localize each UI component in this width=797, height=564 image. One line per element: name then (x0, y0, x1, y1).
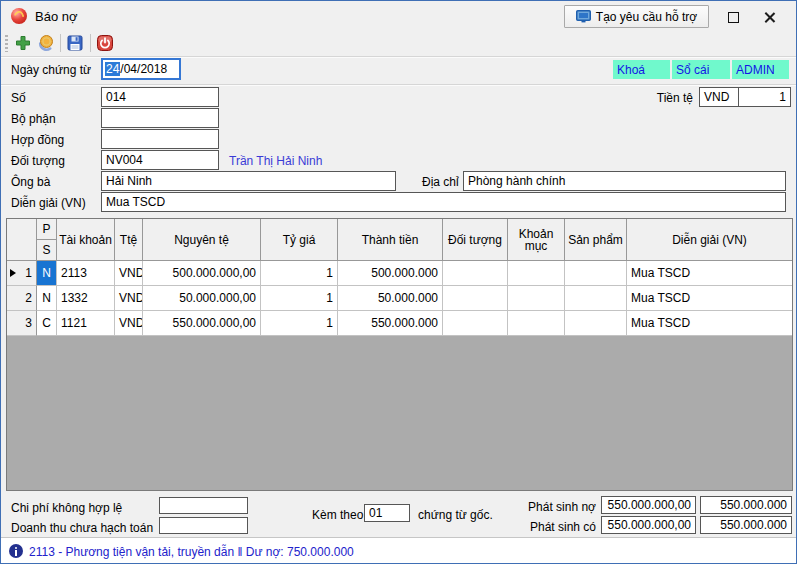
support-button-label: Tạo yêu cầu hỗ trợ (596, 10, 697, 24)
grid-row-2[interactable]: 2 N 1332 VND 50.000.000,00 1 50.000.000 … (7, 286, 792, 311)
object-display-name: Trần Thị Hải Ninh (229, 154, 322, 168)
debit-note-window: Báo nợ Tạo yêu cầu hỗ trợ (0, 0, 797, 564)
description-input[interactable]: Mua TSCD (101, 192, 786, 212)
grid-header-description[interactable]: Diễn giải (VN) (627, 219, 792, 261)
object-code-input[interactable]: NV004 (101, 150, 219, 170)
debit-total-original[interactable]: 550.000.000,00 (601, 496, 696, 514)
number-label: Số (11, 91, 26, 105)
grid-header-selector (7, 219, 37, 261)
cell-exchange-rate[interactable]: 1 (261, 311, 338, 336)
toolbar-grip[interactable] (5, 35, 8, 52)
cell-original-amount[interactable]: 500.000.000,00 (143, 261, 261, 286)
description-label: Diễn giải (VN) (11, 196, 86, 210)
row-selector[interactable]: 1 (7, 261, 37, 286)
cell-currency[interactable]: VND (115, 311, 143, 336)
current-row-arrow-icon (10, 269, 16, 277)
maximize-button[interactable] (717, 6, 749, 28)
cell-account[interactable]: 2113 (57, 261, 115, 286)
toolbar-separator (60, 34, 61, 52)
invalid-expense-input[interactable] (159, 497, 248, 514)
toolbar-separator (90, 34, 91, 52)
department-input[interactable] (101, 108, 219, 128)
grid-row-1[interactable]: 1 N 2113 VND 500.000.000,00 1 500.000.00… (7, 261, 792, 286)
attachment-label: Kèm theo (312, 508, 363, 522)
cell-exchange-rate[interactable]: 1 (261, 286, 338, 311)
window-title: Báo nợ (35, 9, 78, 24)
document-date-input[interactable]: 24/04/2018 (101, 58, 181, 80)
person-label: Ông bà (11, 175, 50, 189)
credit-total-label: Phát sinh có (506, 520, 596, 534)
close-button[interactable] (752, 6, 786, 28)
credit-total-amount[interactable]: 550.000.000 (700, 516, 792, 534)
attachment-count-input[interactable]: 01 (364, 504, 410, 522)
row-selector[interactable]: 2 (7, 286, 37, 311)
status-bar: 2113 - Phương tiện vận tải, truyền dẫn ‖… (1, 537, 797, 564)
row-selector[interactable]: 3 (7, 311, 37, 336)
info-icon (9, 544, 23, 558)
grid-header-currency[interactable]: Ttệ (115, 219, 143, 261)
cell-original-amount[interactable]: 550.000.000,00 (143, 311, 261, 336)
currency-button[interactable] (36, 33, 56, 53)
cell-account[interactable]: 1332 (57, 286, 115, 311)
save-button[interactable] (65, 33, 85, 53)
unrecorded-revenue-input[interactable] (159, 517, 248, 534)
grid-header-exchange-rate[interactable]: Tỷ giá (261, 219, 338, 261)
cell-item[interactable] (508, 311, 565, 336)
status-tag-ledger: Sổ cái (672, 60, 730, 79)
status-tag-user: ADMIN (732, 60, 789, 79)
cell-description[interactable]: Mua TSCD (627, 261, 792, 286)
add-button[interactable] (13, 33, 33, 53)
create-support-request-button[interactable]: Tạo yêu cầu hỗ trợ (564, 5, 709, 28)
grid-header-ps[interactable]: P S (37, 219, 57, 261)
debit-total-label: Phát sinh nợ (506, 500, 596, 514)
cell-currency[interactable]: VND (115, 286, 143, 311)
contract-input[interactable] (101, 129, 219, 149)
grid-header-row: P S Tài khoản Ttệ Nguyên tệ Tỷ giá Thành… (7, 219, 792, 261)
address-input[interactable]: Phòng hành chính (463, 171, 786, 191)
grid-header-amount[interactable]: Thành tiền (338, 219, 443, 261)
person-input[interactable]: Hải Ninh (101, 171, 396, 191)
number-input[interactable]: 014 (101, 87, 219, 107)
cell-description[interactable]: Mua TSCD (627, 311, 792, 336)
cell-currency[interactable]: VND (115, 261, 143, 286)
cell-description[interactable]: Mua TSCD (627, 286, 792, 311)
currency-rate-input[interactable]: 1 (738, 87, 791, 107)
grid-header-account[interactable]: Tài khoản (57, 219, 115, 261)
monitor-icon (576, 10, 591, 23)
cell-product[interactable] (565, 311, 627, 336)
currency-label: Tiền tệ (621, 91, 693, 105)
cell-object[interactable] (443, 311, 508, 336)
grid-header-original-amount[interactable]: Nguyên tệ (143, 219, 261, 261)
department-label: Bộ phận (11, 112, 56, 126)
cell-exchange-rate[interactable]: 1 (261, 261, 338, 286)
grid-header-item[interactable]: Khoản mục (508, 219, 565, 261)
status-text: 2113 - Phương tiện vận tải, truyền dẫn ‖… (29, 545, 354, 559)
cell-object[interactable] (443, 261, 508, 286)
cell-item[interactable] (508, 261, 565, 286)
grid-header-product[interactable]: Sản phẩm (565, 219, 627, 261)
cell-amount[interactable]: 550.000.000 (338, 311, 443, 336)
cell-product[interactable] (565, 261, 627, 286)
grid-row-3[interactable]: 3 C 1121 VND 550.000.000,00 1 550.000.00… (7, 311, 792, 336)
cell-ps[interactable]: N (37, 261, 57, 286)
currency-code-input[interactable]: VND (699, 87, 739, 107)
grid-header-object[interactable]: Đối tượng (443, 219, 508, 261)
cell-ps[interactable]: N (37, 286, 57, 311)
attachment-suffix-label: chứng từ gốc. (418, 508, 493, 522)
cell-amount[interactable]: 50.000.000 (338, 286, 443, 311)
cell-account[interactable]: 1121 (57, 311, 115, 336)
grid-header-ps-top: P (37, 219, 56, 240)
credit-total-original[interactable]: 550.000.000,00 (601, 516, 696, 534)
cell-ps[interactable]: C (37, 311, 57, 336)
row-number: 2 (25, 291, 32, 305)
row-number: 1 (25, 266, 32, 280)
cell-original-amount[interactable]: 50.000.000,00 (143, 286, 261, 311)
floppy-save-icon (66, 34, 84, 52)
cell-object[interactable] (443, 286, 508, 311)
cell-product[interactable] (565, 286, 627, 311)
cell-amount[interactable]: 500.000.000 (338, 261, 443, 286)
coin-icon (37, 34, 55, 52)
cell-item[interactable] (508, 286, 565, 311)
close-form-button[interactable] (95, 33, 115, 53)
debit-total-amount[interactable]: 550.000.000 (700, 496, 792, 514)
